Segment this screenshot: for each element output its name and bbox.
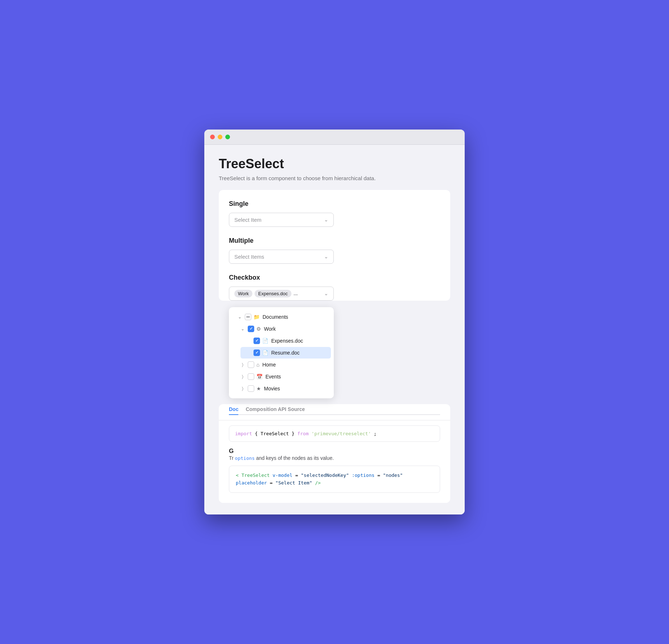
tree-row-home[interactable]: 〉 ⌂ Home: [235, 359, 331, 370]
code-equals3: =: [270, 480, 273, 486]
tree-row-resume[interactable]: ✓ 📄 Resume.doc: [240, 347, 331, 359]
code-val-options: "nodes": [383, 473, 403, 478]
tag-ellipsis: ...: [294, 291, 298, 296]
multiple-select[interactable]: Select Items ⌄: [229, 250, 334, 264]
expand-icon[interactable]: 〉: [239, 373, 246, 380]
spacer: [245, 337, 252, 344]
tree-row-expenses[interactable]: ✓ 📄 Expenses.doc: [240, 335, 331, 347]
node-label-resume: Resume.doc: [271, 350, 300, 356]
group-desc-wrapper: G Tr options and keys of the nodes as it…: [229, 448, 440, 461]
page-description: TreeSelect is a form component to choose…: [219, 175, 450, 181]
code-component-name: TreeSelect: [242, 473, 270, 478]
import-text: { TreeSelect }: [255, 431, 297, 436]
close-button[interactable]: [210, 135, 215, 139]
checkmark-icon: ✓: [250, 326, 253, 331]
checkbox-expenses[interactable]: ✓: [253, 338, 260, 344]
node-label-movies: Movies: [264, 386, 280, 391]
tab-composition-api[interactable]: Composition API Source: [246, 404, 305, 415]
gear-icon: ⚙: [256, 326, 261, 332]
node-label-work: Work: [264, 326, 276, 332]
import-keyword: import: [235, 431, 252, 436]
chevron-down-icon: ⌄: [324, 217, 328, 223]
node-label-events: Events: [265, 374, 281, 380]
checkbox-home[interactable]: [248, 361, 254, 368]
app-window: TreeSelect TreeSelect is a form componen…: [204, 130, 465, 515]
node-label-expenses: Expenses.doc: [271, 338, 303, 344]
import-code-block: import { TreeSelect } from 'primevue/tre…: [229, 425, 440, 442]
group-desc: Tr options and keys of the nodes as its …: [229, 455, 334, 461]
titlebar: [204, 130, 465, 145]
code-equals: =: [295, 473, 298, 478]
home-icon: ⌂: [256, 362, 259, 368]
multiple-label: Multiple: [229, 237, 440, 245]
checkbox-documents[interactable]: [245, 314, 251, 320]
main-content: TreeSelect TreeSelect is a form componen…: [204, 145, 465, 515]
chevron-down-icon: ⌄: [324, 291, 328, 296]
maximize-button[interactable]: [225, 135, 230, 139]
from-keyword: from: [297, 431, 308, 436]
tree-dropdown: ⌄ 📁 Documents ⌄ ✓ ⚙ Work ✓: [229, 307, 334, 398]
checkbox-resume[interactable]: ✓: [253, 349, 260, 356]
calendar-icon: 📅: [256, 374, 263, 380]
options-keyword: options: [235, 456, 255, 461]
chevron-down-icon: ⌄: [324, 254, 328, 259]
checkbox-label: Checkbox: [229, 274, 440, 281]
spacer: [245, 349, 252, 356]
import-path: 'primevue/treeselect': [311, 431, 371, 436]
code-example-block: < TreeSelect v-model = "selectedNodeKey"…: [229, 466, 440, 493]
code-open-bracket: <: [236, 473, 239, 478]
tree-row-movies[interactable]: 〉 ★ Movies: [235, 383, 331, 394]
tag-work: Work: [234, 290, 252, 297]
code-attr-vmodel: v-model: [273, 473, 293, 478]
tree-row-work[interactable]: ⌄ ✓ ⚙ Work: [235, 323, 331, 335]
code-self-close: />: [315, 480, 321, 486]
checkmark-icon: ✓: [255, 338, 259, 343]
code-attr-options: :options: [352, 473, 375, 478]
expand-icon[interactable]: 〉: [239, 361, 246, 368]
page-title: TreeSelect: [219, 156, 450, 171]
checkbox-events[interactable]: [248, 373, 254, 380]
single-label: Single: [229, 200, 440, 208]
tags-container: Work Expenses.doc ...: [234, 290, 298, 297]
expand-icon[interactable]: ⌄: [236, 313, 243, 321]
file-icon: 📄: [262, 350, 268, 356]
code-attr-placeholder: placeholder: [236, 480, 267, 486]
tabs-row: Doc Composition API Source: [229, 404, 440, 415]
single-placeholder: Select Item: [234, 217, 261, 223]
multiple-placeholder: Select Items: [234, 254, 264, 260]
checkmark-icon: ✓: [255, 350, 259, 355]
code-section: import { TreeSelect } from 'primevue/tre…: [219, 420, 450, 503]
checkbox-select[interactable]: Work Expenses.doc ... ⌄: [229, 287, 334, 301]
folder-icon: 📁: [253, 314, 260, 320]
tree-row-events[interactable]: 〉 📅 Events: [235, 371, 331, 382]
tag-expenses: Expenses.doc: [255, 290, 291, 297]
code-val-placeholder: "Select Item": [276, 480, 312, 486]
file-icon: 📄: [262, 338, 268, 344]
node-label-documents: Documents: [263, 314, 288, 320]
single-select[interactable]: Select Item ⌄: [229, 213, 334, 227]
code-equals2: =: [377, 473, 380, 478]
expand-icon[interactable]: 〉: [239, 385, 246, 392]
minimize-button[interactable]: [218, 135, 222, 139]
tree-row-documents[interactable]: ⌄ 📁 Documents: [232, 311, 331, 323]
demo-card: Single Select Item ⌄ Multiple Select Ite…: [219, 190, 450, 301]
import-semicolon: ;: [374, 431, 377, 436]
node-label-home: Home: [262, 362, 276, 368]
group-letter: G: [229, 448, 234, 454]
code-val-vmodel: "selectedNodeKey": [301, 473, 349, 478]
checkbox-work[interactable]: ✓: [248, 326, 254, 332]
tab-doc[interactable]: Doc: [229, 404, 238, 415]
expand-icon[interactable]: ⌄: [239, 325, 246, 332]
star-icon: ★: [256, 386, 261, 391]
checkbox-movies[interactable]: [248, 385, 254, 392]
